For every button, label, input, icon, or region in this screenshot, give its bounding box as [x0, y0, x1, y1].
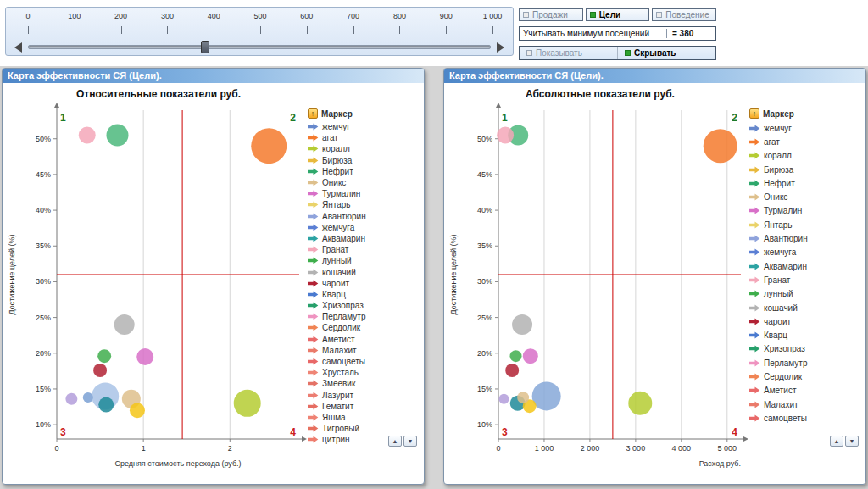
series-arrow-icon	[308, 157, 319, 164]
legend-item[interactable]: Тигровый	[308, 423, 423, 434]
bubble[interactable]	[234, 390, 261, 417]
scroll-down-button[interactable]: ▼	[403, 436, 417, 447]
slider-left-arrow-icon[interactable]	[14, 42, 22, 53]
legend-scrollers: ▲ ▼	[830, 436, 859, 447]
bubble[interactable]	[523, 348, 538, 364]
bubble[interactable]	[510, 350, 522, 362]
legend-item[interactable]: самоцветы	[308, 356, 423, 367]
legend-item[interactable]: Змеевик	[308, 378, 423, 389]
legend-item[interactable]: Оникс	[749, 190, 865, 203]
bubble[interactable]	[107, 125, 129, 147]
series-arrow-icon	[308, 380, 319, 387]
legend-item[interactable]: Лазурит	[308, 390, 423, 401]
scroll-up-button[interactable]: ▲	[388, 436, 402, 447]
legend-item[interactable]: Гранат	[749, 273, 865, 286]
toggle-goals[interactable]: Цели	[586, 8, 650, 21]
legend-item[interactable]: агат	[308, 132, 423, 143]
legend-item-label: Аквамарин	[322, 234, 365, 243]
legend-item[interactable]: самоцветы	[749, 411, 865, 425]
legend-item[interactable]: Малахит	[749, 397, 865, 411]
min-visits-field[interactable]: Учитывать минимум посещений = 380	[519, 26, 716, 41]
bubble[interactable]	[130, 403, 145, 418]
legend-item[interactable]: Перламутр	[749, 356, 865, 370]
bubble-chart-absolute[interactable]: 01 0002 0003 0004 0005 00010%15%20%25%30…	[446, 103, 758, 478]
legend-item[interactable]: чароит	[308, 278, 423, 289]
toggle-behavior[interactable]: Поведение	[652, 8, 716, 21]
legend-item[interactable]: Гранат	[308, 244, 423, 255]
bubble[interactable]	[532, 381, 561, 410]
legend-item[interactable]: чароит	[749, 314, 865, 328]
legend-item[interactable]: Малахит	[308, 345, 423, 356]
slider-right-arrow-icon[interactable]	[497, 42, 504, 53]
legend-item[interactable]: жемчуг	[308, 121, 423, 132]
legend-item[interactable]: кошачий	[308, 266, 423, 277]
series-arrow-icon	[308, 291, 319, 298]
legend-item[interactable]: коралл	[308, 143, 423, 154]
visits-slider[interactable]: 01002003004005006007008009001 000	[5, 7, 514, 56]
legend-item[interactable]: Бирюза	[749, 163, 865, 176]
legend-item-label: лунный	[764, 289, 793, 298]
min-visits-value[interactable]: = 380	[666, 29, 715, 38]
legend-item[interactable]: Бирюза	[308, 155, 423, 166]
legend-item[interactable]: Аметист	[308, 334, 423, 345]
legend-item[interactable]: Сердолик	[749, 370, 865, 383]
legend-item[interactable]: Яшма	[308, 412, 423, 423]
legend-item[interactable]: коралл	[749, 149, 865, 163]
legend-item[interactable]: агат	[749, 135, 865, 148]
legend-item-label: агат	[764, 137, 780, 147]
bubble[interactable]	[517, 392, 529, 403]
legend-item-label: Малахит	[322, 346, 357, 355]
bubble[interactable]	[114, 314, 135, 335]
legend-item[interactable]: Турмалин	[308, 188, 423, 199]
legend-item[interactable]: Хризопраз	[749, 342, 865, 356]
legend-item[interactable]: Нефрит	[749, 176, 865, 190]
legend-item[interactable]: Оникс	[308, 177, 423, 188]
slider-handle[interactable]	[201, 41, 209, 53]
legend-item[interactable]: Авантюрин	[308, 211, 423, 222]
bubble[interactable]	[65, 393, 77, 405]
bubble[interactable]	[79, 127, 96, 144]
bubble[interactable]	[497, 127, 514, 144]
slider-groove[interactable]	[28, 45, 491, 49]
legend-item[interactable]: Авантюрин	[749, 231, 865, 245]
legend-item[interactable]: лунный	[749, 287, 865, 301]
bubble[interactable]	[83, 392, 93, 403]
legend-item[interactable]: жемчуга	[749, 246, 865, 259]
legend-item[interactable]: Турмалин	[749, 204, 865, 218]
legend-item[interactable]: Аквамарин	[749, 259, 865, 273]
legend-item[interactable]: Аквамарин	[308, 233, 423, 244]
bubble[interactable]	[98, 397, 114, 413]
legend-item[interactable]: Кварц	[308, 289, 423, 300]
bubble[interactable]	[97, 349, 111, 363]
legend-item[interactable]: Сердолик	[308, 322, 423, 333]
bubble[interactable]	[251, 128, 287, 164]
legend-item[interactable]: Перламутр	[308, 311, 423, 322]
bubble[interactable]	[136, 348, 153, 365]
legend-item[interactable]: Кварц	[749, 328, 865, 342]
bubble[interactable]	[498, 394, 509, 404]
legend-item[interactable]: Янтарь	[308, 199, 423, 210]
bubble[interactable]	[512, 314, 532, 335]
bubble[interactable]	[505, 364, 519, 377]
legend-item[interactable]: Аметист	[749, 384, 865, 397]
legend-item[interactable]: жемчуга	[308, 222, 423, 233]
legend-item[interactable]: жемчуг	[749, 121, 865, 135]
legend-item[interactable]: лунный	[308, 255, 423, 266]
toggle-hide[interactable]: Скрывать	[617, 47, 715, 59]
bubble[interactable]	[93, 364, 107, 377]
legend-item[interactable]: кошачий	[749, 301, 865, 314]
scroll-down-button[interactable]: ▼	[845, 436, 859, 447]
legend-item[interactable]: Нефрит	[308, 166, 423, 177]
bubble[interactable]	[704, 129, 737, 163]
legend-item[interactable]: Янтарь	[749, 218, 865, 231]
bubble[interactable]	[628, 392, 652, 415]
toggle-show[interactable]: Показывать	[520, 47, 617, 59]
legend-item-label: Аквамарин	[764, 262, 807, 271]
min-visits-label: Учитывать минимум посещений	[520, 29, 666, 38]
scroll-up-button[interactable]: ▲	[830, 436, 843, 447]
legend-item[interactable]: Хризопраз	[308, 300, 423, 311]
bubble-chart-relative[interactable]: 01210%15%20%25%30%35%40%45%50%1234Достиж…	[4, 103, 316, 478]
legend-item[interactable]: Хрусталь	[308, 367, 423, 378]
toggle-sales[interactable]: Продажи	[519, 8, 583, 21]
legend-item[interactable]: Гематит	[308, 401, 423, 412]
